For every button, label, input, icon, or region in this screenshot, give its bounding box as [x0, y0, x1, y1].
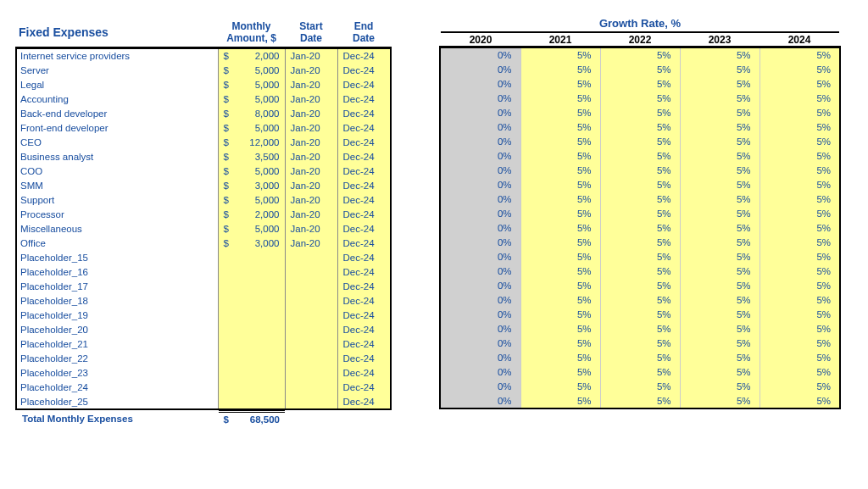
growth-rate-cell[interactable]: 5%: [600, 350, 680, 364]
growth-rate-cell[interactable]: 5%: [600, 206, 680, 220]
growth-rate-cell[interactable]: 5%: [760, 105, 839, 119]
currency-symbol-cell[interactable]: [218, 394, 234, 408]
end-date-cell[interactable]: Dec-24: [337, 149, 390, 164]
expense-name-cell[interactable]: Back-end developer: [17, 106, 218, 120]
growth-rate-cell[interactable]: 5%: [680, 47, 760, 62]
start-date-cell[interactable]: [285, 394, 337, 408]
end-date-cell[interactable]: Dec-24: [337, 221, 390, 236]
end-date-cell[interactable]: Dec-24: [337, 135, 390, 149]
start-date-cell[interactable]: [285, 380, 337, 394]
start-date-cell[interactable]: Jan-20: [285, 135, 337, 149]
currency-symbol-cell[interactable]: $: [218, 48, 234, 63]
growth-rate-cell[interactable]: 5%: [520, 177, 600, 192]
expense-name-cell[interactable]: Legal: [17, 77, 218, 92]
expense-name-cell[interactable]: Placeholder_17: [17, 279, 218, 293]
growth-rate-cell[interactable]: 5%: [520, 76, 600, 91]
amount-cell[interactable]: 5,000: [234, 192, 285, 207]
growth-rate-cell[interactable]: 5%: [680, 379, 760, 393]
amount-cell[interactable]: 3,500: [234, 149, 285, 164]
growth-rate-cell[interactable]: 5%: [760, 350, 839, 364]
expense-name-cell[interactable]: Accounting: [17, 92, 218, 106]
currency-symbol-cell[interactable]: $: [218, 92, 234, 106]
end-date-cell[interactable]: Dec-24: [337, 293, 390, 308]
growth-rate-cell[interactable]: 5%: [680, 264, 760, 278]
growth-rate-cell[interactable]: 5%: [680, 206, 760, 220]
end-date-cell[interactable]: Dec-24: [337, 192, 390, 207]
currency-symbol-cell[interactable]: [218, 365, 234, 380]
growth-rate-cell[interactable]: 5%: [680, 220, 760, 235]
start-date-cell[interactable]: Jan-20: [285, 106, 337, 120]
growth-rate-cell[interactable]: 5%: [520, 278, 600, 292]
growth-rate-cell[interactable]: 5%: [760, 364, 839, 379]
expense-name-cell[interactable]: CEO: [17, 135, 218, 149]
start-date-cell[interactable]: Jan-20: [285, 236, 337, 250]
growth-rate-cell[interactable]: 5%: [760, 220, 839, 235]
amount-cell[interactable]: 5,000: [234, 92, 285, 106]
growth-rate-cell[interactable]: 5%: [520, 105, 600, 119]
growth-rate-cell[interactable]: 5%: [600, 105, 680, 119]
expense-name-cell[interactable]: Placeholder_20: [17, 322, 218, 336]
growth-rate-cell[interactable]: 0%: [441, 91, 520, 105]
growth-rate-cell[interactable]: 5%: [760, 292, 839, 307]
growth-rate-cell[interactable]: 5%: [600, 163, 680, 177]
growth-rate-cell[interactable]: 5%: [600, 220, 680, 235]
amount-cell[interactable]: [234, 365, 285, 380]
currency-symbol-cell[interactable]: $: [218, 106, 234, 120]
start-date-cell[interactable]: Jan-20: [285, 221, 337, 236]
start-date-cell[interactable]: Jan-20: [285, 192, 337, 207]
end-date-cell[interactable]: Dec-24: [337, 164, 390, 178]
growth-rate-cell[interactable]: 5%: [520, 264, 600, 278]
currency-symbol-cell[interactable]: [218, 380, 234, 394]
amount-cell[interactable]: [234, 322, 285, 336]
currency-symbol-cell[interactable]: $: [218, 207, 234, 221]
growth-rate-cell[interactable]: 0%: [441, 350, 520, 364]
growth-rate-cell[interactable]: 5%: [520, 364, 600, 379]
growth-rate-cell[interactable]: 5%: [680, 350, 760, 364]
growth-rate-cell[interactable]: 5%: [520, 206, 600, 220]
currency-symbol-cell[interactable]: [218, 336, 234, 351]
end-date-cell[interactable]: Dec-24: [337, 178, 390, 192]
start-date-cell[interactable]: Jan-20: [285, 207, 337, 221]
currency-symbol-cell[interactable]: $: [218, 221, 234, 236]
start-date-cell[interactable]: Jan-20: [285, 48, 337, 63]
amount-cell[interactable]: 5,000: [234, 63, 285, 77]
amount-cell[interactable]: 5,000: [234, 164, 285, 178]
end-date-cell[interactable]: Dec-24: [337, 336, 390, 351]
growth-rate-cell[interactable]: 5%: [760, 249, 839, 264]
currency-symbol-cell[interactable]: $: [218, 63, 234, 77]
currency-symbol-cell[interactable]: [218, 308, 234, 322]
currency-symbol-cell[interactable]: [218, 351, 234, 365]
end-date-cell[interactable]: Dec-24: [337, 236, 390, 250]
expense-name-cell[interactable]: Placeholder_18: [17, 293, 218, 308]
end-date-cell[interactable]: Dec-24: [337, 394, 390, 408]
expense-name-cell[interactable]: Placeholder_19: [17, 308, 218, 322]
growth-rate-cell[interactable]: 5%: [520, 134, 600, 148]
expense-name-cell[interactable]: Placeholder_25: [17, 394, 218, 408]
growth-rate-cell[interactable]: 5%: [760, 235, 839, 249]
growth-rate-cell[interactable]: 5%: [600, 119, 680, 134]
growth-rate-cell[interactable]: 5%: [600, 336, 680, 350]
amount-cell[interactable]: [234, 308, 285, 322]
growth-rate-cell[interactable]: 0%: [441, 379, 520, 393]
end-date-cell[interactable]: Dec-24: [337, 279, 390, 293]
growth-rate-cell[interactable]: 5%: [680, 336, 760, 350]
growth-rate-cell[interactable]: 5%: [680, 119, 760, 134]
amount-cell[interactable]: 2,000: [234, 207, 285, 221]
growth-rate-cell[interactable]: 0%: [441, 393, 520, 408]
growth-rate-cell[interactable]: 5%: [520, 249, 600, 264]
growth-rate-cell[interactable]: 5%: [760, 278, 839, 292]
start-date-cell[interactable]: [285, 279, 337, 293]
currency-symbol-cell[interactable]: $: [218, 135, 234, 149]
growth-rate-cell[interactable]: 5%: [680, 278, 760, 292]
growth-rate-cell[interactable]: 5%: [760, 393, 839, 408]
start-date-cell[interactable]: Jan-20: [285, 149, 337, 164]
growth-rate-cell[interactable]: 5%: [520, 163, 600, 177]
currency-symbol-cell[interactable]: $: [218, 192, 234, 207]
end-date-cell[interactable]: Dec-24: [337, 380, 390, 394]
amount-cell[interactable]: [234, 336, 285, 351]
growth-rate-cell[interactable]: 5%: [600, 321, 680, 336]
growth-rate-cell[interactable]: 0%: [441, 163, 520, 177]
growth-rate-cell[interactable]: 5%: [680, 364, 760, 379]
growth-rate-cell[interactable]: 5%: [600, 177, 680, 192]
growth-rate-cell[interactable]: 5%: [520, 62, 600, 76]
